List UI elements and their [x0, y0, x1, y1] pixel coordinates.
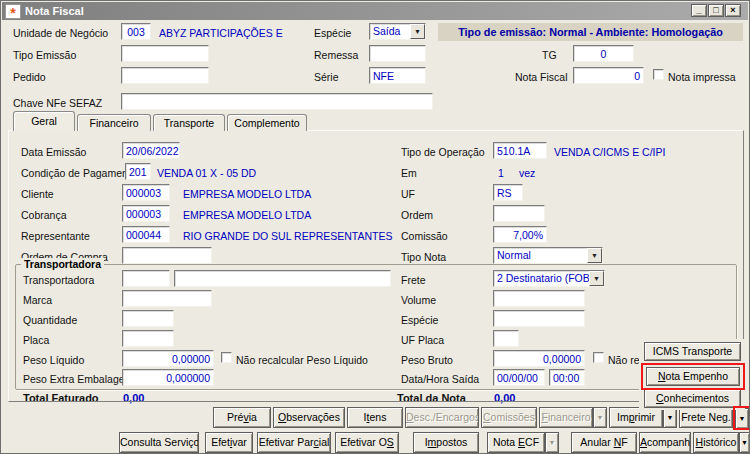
desc-encargos-button[interactable]: Desc./Encargos: [405, 407, 479, 428]
unidade-negocio-input[interactable]: 003: [121, 23, 151, 40]
previa-button[interactable]: Prévia: [213, 407, 271, 428]
annotation-frete-neg-arrow-highlight: [733, 406, 750, 430]
financeiro-button[interactable]: Financeiro: [539, 407, 593, 428]
menu-item-conhecimentos[interactable]: Conhecimentos: [644, 389, 741, 408]
chave-nfe-input[interactable]: [121, 93, 433, 110]
tg-input[interactable]: 0: [573, 45, 634, 62]
nota-fiscal-window: * Nota Fiscal _ □ × Unidade de Negócio 0…: [0, 0, 750, 454]
efetivar-os-button[interactable]: Efetivar OS: [335, 432, 399, 453]
imprimir-button[interactable]: Imprimir: [609, 407, 663, 428]
tipo-emissao-input[interactable]: [121, 45, 209, 62]
chevron-down-icon[interactable]: ▼: [410, 24, 425, 39]
tg-label: TG: [542, 49, 557, 61]
serie-input[interactable]: NFE: [369, 67, 426, 84]
tipo-emissao-label: Tipo Emissão: [13, 49, 76, 61]
pedido-label: Pedido: [13, 71, 46, 83]
remessa-input[interactable]: [369, 45, 426, 62]
impostos-button[interactable]: Impostos: [413, 432, 479, 453]
annotation-nota-empenho-highlight: [641, 363, 745, 390]
nota-fiscal-input[interactable]: 0: [573, 67, 644, 84]
consulta-servicos-button[interactable]: Consulta Serviços: [119, 432, 199, 453]
especie-label: Espécie: [314, 27, 351, 39]
observacoes-button[interactable]: Observações: [273, 407, 345, 428]
nota-ecf-dropdown-icon[interactable]: ▼: [545, 432, 559, 453]
especie-value: Saída: [373, 25, 400, 37]
unidade-negocio-label: Unidade de Negócio: [13, 27, 108, 39]
nota-fiscal-label: Nota Fiscal: [515, 71, 568, 83]
serie-label: Série: [314, 71, 339, 83]
nota-impressa-checkbox[interactable]: [653, 69, 664, 80]
imprimir-dropdown-icon[interactable]: ▼: [663, 407, 677, 428]
historico-dropdown-icon[interactable]: ▼: [739, 432, 750, 453]
tab-geral[interactable]: Geral: [13, 111, 75, 131]
acompanh-button[interactable]: Acompanh.: [639, 432, 691, 453]
window-title: Nota Fiscal: [25, 5, 84, 17]
tab-panel-geral: [8, 130, 744, 402]
frete-neg-button[interactable]: Frete Neg.: [679, 407, 733, 428]
app-icon: *: [5, 4, 21, 19]
remessa-label: Remessa: [314, 49, 358, 61]
financeiro-dropdown-icon[interactable]: ▼: [593, 407, 607, 428]
nota-ecf-button[interactable]: Nota ECF: [487, 432, 545, 453]
itens-button[interactable]: Itens: [347, 407, 403, 428]
title-bar: * Nota Fiscal: [2, 2, 748, 20]
historico-button[interactable]: Histórico: [693, 432, 739, 453]
anular-nf-button[interactable]: Anular NF: [571, 432, 637, 453]
especie-select[interactable]: Saída ▼: [369, 23, 426, 40]
tab-transporte[interactable]: Transporte: [153, 114, 225, 131]
pedido-input[interactable]: [121, 67, 209, 84]
efetivar-button[interactable]: Efetivar: [205, 432, 253, 453]
comissoes-button[interactable]: Comissões: [481, 407, 537, 428]
tab-complemento[interactable]: Complemento: [227, 114, 307, 131]
menu-item-icms-transporte[interactable]: ICMS Transporte: [644, 342, 741, 361]
minimize-icon[interactable]: _: [691, 4, 707, 17]
unidade-negocio-name: ABYZ PARTICIPAÇÕES E: [159, 27, 283, 39]
efetivar-parcial-button[interactable]: Efetivar Parcial: [257, 432, 331, 453]
nota-impressa-label: Nota impressa: [668, 71, 736, 83]
close-icon[interactable]: ×: [725, 4, 741, 17]
emission-banner: Tipo de emissão: Normal - Ambiente: Homo…: [438, 23, 743, 41]
maximize-icon[interactable]: □: [708, 4, 724, 17]
tab-financeiro[interactable]: Financeiro: [77, 114, 151, 131]
chave-nfe-label: Chave NFe SEFAZ: [13, 97, 102, 109]
